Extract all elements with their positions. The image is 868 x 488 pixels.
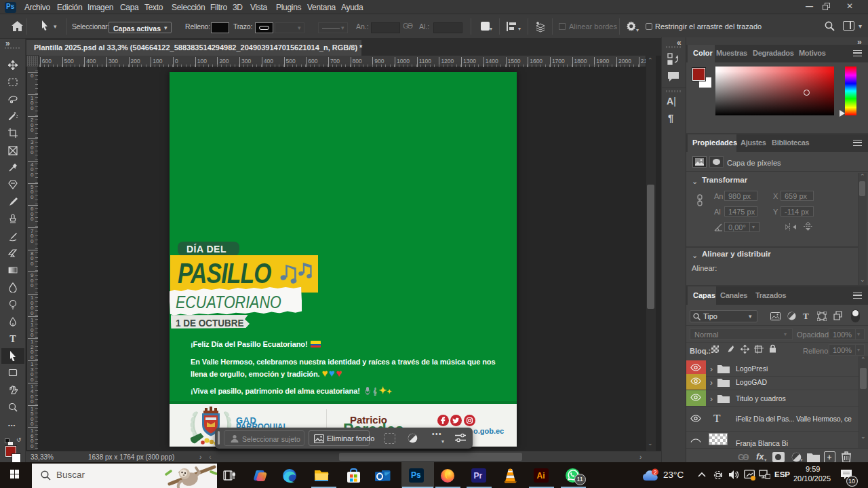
svg-text:2: 2 [654,469,657,476]
svg-text:T: T [9,334,16,344]
